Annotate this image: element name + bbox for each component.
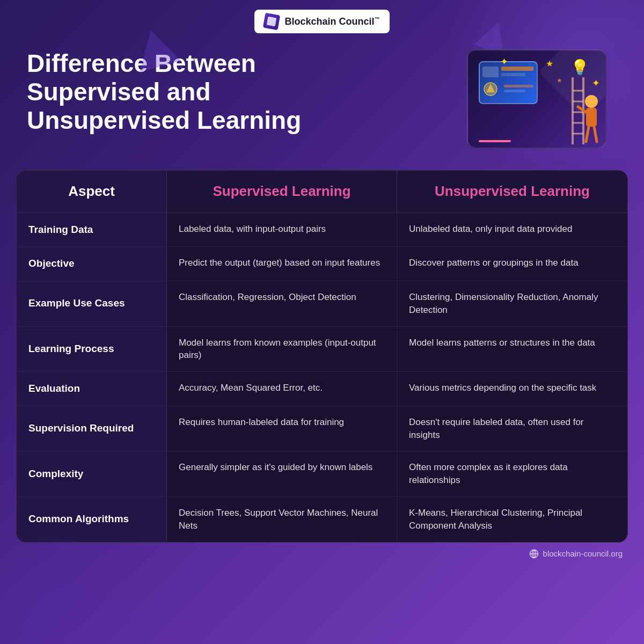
- brand-name: Blockchain Council™: [284, 16, 379, 27]
- page-title: Difference Between Supervised and Unsupe…: [27, 49, 360, 135]
- svg-text:★: ★: [557, 77, 562, 84]
- cell-aspect-0: Training Data: [17, 213, 167, 247]
- cell-supervised-6: Generally simpler as it's guided by know…: [167, 451, 397, 496]
- table-row: Common AlgorithmsDecision Trees, Support…: [17, 497, 627, 542]
- brand-cube-inner: [267, 17, 277, 27]
- table-header: Aspect Supervised Learning Unsupervised …: [17, 171, 627, 213]
- cell-supervised-4: Accuracy, Mean Squared Error, etc.: [167, 372, 397, 406]
- footer: blockchain-council.org: [0, 543, 644, 565]
- svg-line-17: [586, 127, 589, 142]
- cell-aspect-6: Complexity: [17, 451, 167, 496]
- cell-supervised-3: Model learns from known examples (input-…: [167, 327, 397, 372]
- illus-person-svg: ★ ★: [468, 50, 606, 149]
- comparison-table: Aspect Supervised Learning Unsupervised …: [16, 170, 628, 543]
- title-section: Difference Between Supervised and Unsupe…: [0, 39, 644, 170]
- cell-unsupervised-2: Clustering, Dimensionality Reduction, An…: [397, 281, 627, 326]
- cell-aspect-5: Supervision Required: [17, 406, 167, 451]
- cell-supervised-2: Classification, Regression, Object Detec…: [167, 281, 397, 326]
- header-aspect: Aspect: [17, 171, 167, 213]
- globe-icon: [529, 549, 539, 559]
- cell-unsupervised-1: Discover patterns or groupings in the da…: [397, 247, 627, 281]
- cell-aspect-4: Evaluation: [17, 372, 167, 406]
- cell-unsupervised-6: Often more complex as it explores data r…: [397, 451, 627, 496]
- table-row: ComplexityGenerally simpler as it's guid…: [17, 451, 627, 497]
- illustration: 💡 ✦ ✦: [467, 49, 617, 157]
- cell-aspect-3: Learning Process: [17, 327, 167, 372]
- svg-text:★: ★: [546, 59, 553, 68]
- table-row: EvaluationAccuracy, Mean Squared Error, …: [17, 372, 627, 406]
- svg-rect-15: [586, 108, 597, 127]
- cell-aspect-7: Common Algorithms: [17, 497, 167, 542]
- cell-aspect-2: Example Use Cases: [17, 281, 167, 326]
- cell-supervised-5: Requires human-labeled data for training: [167, 406, 397, 451]
- svg-point-14: [585, 95, 598, 108]
- header-supervised: Supervised Learning: [167, 171, 397, 213]
- table-row: Example Use CasesClassification, Regress…: [17, 281, 627, 327]
- svg-line-18: [594, 127, 597, 142]
- cell-unsupervised-7: K-Means, Hierarchical Clustering, Princi…: [397, 497, 627, 542]
- brand-logo: Blockchain Council™: [254, 10, 389, 33]
- footer-website: blockchain-council.org: [543, 549, 623, 558]
- cell-unsupervised-3: Model learns patterns or structures in t…: [397, 327, 627, 372]
- brand-cube-icon: [263, 13, 280, 30]
- illustration-bg: 💡 ✦ ✦: [467, 49, 606, 149]
- cell-supervised-0: Labeled data, with input-output pairs: [167, 213, 397, 247]
- cell-supervised-7: Decision Trees, Support Vector Machines,…: [167, 497, 397, 542]
- table-row: Training DataLabeled data, with input-ou…: [17, 213, 627, 247]
- cell-aspect-1: Objective: [17, 247, 167, 281]
- header-unsupervised: Unsupervised Learning: [397, 171, 627, 213]
- header-bar: Blockchain Council™: [0, 0, 644, 39]
- cell-unsupervised-4: Various metrics depending on the specifi…: [397, 372, 627, 406]
- table-row: Learning ProcessModel learns from known …: [17, 327, 627, 372]
- cell-unsupervised-5: Doesn't require labeled data, often used…: [397, 406, 627, 451]
- cell-supervised-1: Predict the output (target) based on inp…: [167, 247, 397, 281]
- table-body: Training DataLabeled data, with input-ou…: [17, 213, 627, 542]
- table-row: Supervision RequiredRequires human-label…: [17, 406, 627, 452]
- cell-unsupervised-0: Unlabeled data, only input data provided: [397, 213, 627, 247]
- table-row: ObjectivePredict the output (target) bas…: [17, 247, 627, 281]
